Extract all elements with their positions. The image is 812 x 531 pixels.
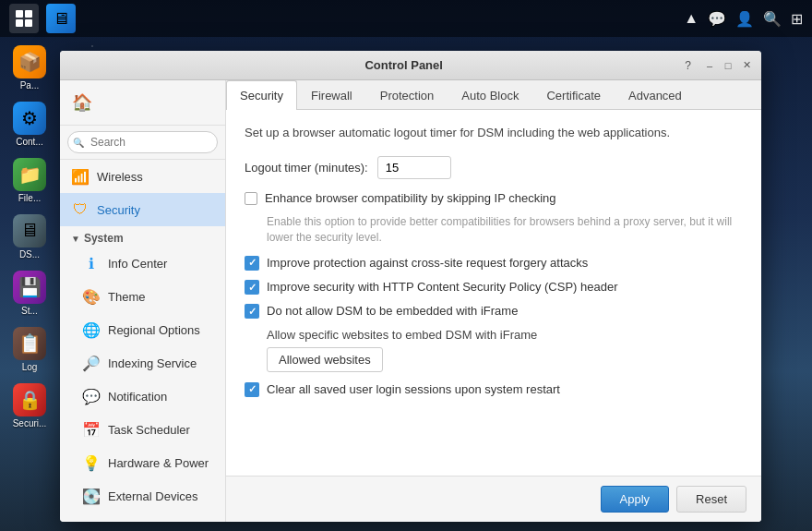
grid-icon[interactable]: ⊞ xyxy=(791,10,803,28)
user-icon[interactable]: 👤 xyxy=(735,10,754,28)
minimize-button[interactable]: – xyxy=(702,58,717,73)
no-iframe-label: Do not allow DSM to be embedded with iFr… xyxy=(267,303,518,320)
info-center-label: Info Center xyxy=(108,257,167,271)
dsm-icon: 🖥 xyxy=(13,214,46,247)
chat-icon[interactable]: 💬 xyxy=(708,10,726,28)
storage-icon: 💾 xyxy=(13,271,46,304)
desktop-icon-package[interactable]: 📦 Pa... xyxy=(4,42,55,93)
sidebar-item-indexing-service[interactable]: 🔎 Indexing Service xyxy=(60,346,225,380)
home-button[interactable]: 🏠 xyxy=(67,88,97,117)
taskbar: 🖥 ▲ 💬 👤 🔍 ⊞ xyxy=(0,0,812,37)
sidebar-home: 🏠 xyxy=(60,80,225,126)
log-icon: 📋 xyxy=(13,327,46,360)
no-iframe-checkbox[interactable] xyxy=(245,304,259,319)
desktop-icons: 📦 Pa... ⚙ Cont... 📁 File... 🖥 DS... 💾 St… xyxy=(0,37,59,431)
sidebar-item-wireless[interactable]: 📶 Wireless xyxy=(60,160,225,193)
regional-options-label: Regional Options xyxy=(108,323,200,337)
desktop-icon-security[interactable]: 🔒 Securi... xyxy=(4,380,55,431)
improve-csp-label: Improve security with HTTP Content Secur… xyxy=(267,279,618,296)
taskbar-right: ▲ 💬 👤 🔍 ⊞ xyxy=(684,10,803,28)
help-button[interactable]: ? xyxy=(685,59,691,72)
no-iframe-row: Do not allow DSM to be embedded with iFr… xyxy=(245,303,743,320)
allowed-websites-button[interactable]: Allowed websites xyxy=(267,347,383,372)
search-icon[interactable]: 🔍 xyxy=(763,10,782,28)
tabs: Security Firewall Protection Auto Block … xyxy=(226,80,761,110)
tab-auto-block[interactable]: Auto Block xyxy=(448,80,532,110)
clear-sessions-checkbox[interactable] xyxy=(245,382,259,397)
main-content: Security Firewall Protection Auto Block … xyxy=(226,80,761,522)
shield-icon: 🛡 xyxy=(71,200,90,219)
log-label: Log xyxy=(22,362,38,372)
clear-sessions-label: Clear all saved user login sessions upon… xyxy=(267,381,560,398)
enhance-compatibility-checkbox[interactable] xyxy=(245,192,257,205)
file-label: File... xyxy=(18,193,41,203)
sidebar-item-task-scheduler[interactable]: 📅 Task Scheduler xyxy=(60,413,225,446)
window-footer: Apply Reset xyxy=(226,476,761,522)
improve-forgery-row: Improve protection against cross-site re… xyxy=(245,255,743,272)
improve-csp-row: Improve security with HTTP Content Secur… xyxy=(245,279,743,296)
allow-iframe-label: Allow specific websites to embed DSM wit… xyxy=(267,328,743,342)
external-devices-label: External Devices xyxy=(108,489,198,503)
reset-button[interactable]: Reset xyxy=(676,486,746,513)
improve-csp-checkbox[interactable] xyxy=(245,280,259,295)
file-icon: 📁 xyxy=(13,158,46,191)
security-label: Securi... xyxy=(13,418,47,428)
logout-timer-input[interactable] xyxy=(377,156,451,179)
search-input[interactable] xyxy=(67,131,218,153)
globe-icon: 🌐 xyxy=(82,320,101,339)
tab-protection[interactable]: Protection xyxy=(366,80,448,110)
sidebar-item-hardware-power[interactable]: 💡 Hardware & Power xyxy=(60,446,225,479)
apps-menu-button[interactable] xyxy=(9,4,39,33)
sidebar-item-notification[interactable]: 💬 Notification xyxy=(60,380,225,413)
sidebar-item-theme[interactable]: 🎨 Theme xyxy=(60,280,225,313)
desktop-icon-dsm[interactable]: 🖥 DS... xyxy=(4,211,55,262)
app-icon-symbol: 🖥 xyxy=(53,9,69,29)
restore-button[interactable]: □ xyxy=(721,58,735,73)
clear-sessions-row: Clear all saved user login sessions upon… xyxy=(245,381,743,398)
close-button[interactable]: ✕ xyxy=(739,58,754,73)
desktop-icon-storage[interactable]: 💾 St... xyxy=(4,267,55,319)
taskbar-left: 🖥 xyxy=(9,4,684,33)
desktop-icon-file[interactable]: 📁 File... xyxy=(4,154,55,206)
chevron-icon: ▼ xyxy=(71,234,80,244)
content-description: Set up a browser automatic logout timer … xyxy=(245,125,743,141)
content-area: Set up a browser automatic logout timer … xyxy=(226,110,761,476)
tab-security[interactable]: Security xyxy=(226,80,297,110)
improve-forgery-checkbox[interactable] xyxy=(245,256,259,271)
network-icon[interactable]: ▲ xyxy=(684,10,699,27)
sidebar-item-security[interactable]: 🛡 Security xyxy=(60,193,225,226)
task-scheduler-label: Task Scheduler xyxy=(108,423,190,437)
sidebar-item-regional-options[interactable]: 🌐 Regional Options xyxy=(60,313,225,346)
storage-label: St... xyxy=(21,306,38,316)
window-titlebar: Control Panel ? – □ ✕ xyxy=(60,51,761,80)
hardware-power-label: Hardware & Power xyxy=(108,456,209,470)
info-icon: ℹ xyxy=(82,254,101,272)
wireless-icon: 📶 xyxy=(71,167,90,186)
improve-forgery-label: Improve protection against cross-site re… xyxy=(267,255,588,272)
logout-timer-row: Logout timer (minutes): xyxy=(245,156,743,179)
notification-label: Notification xyxy=(108,390,167,404)
package-icon: 📦 xyxy=(13,45,46,78)
sidebar-item-external-devices[interactable]: 💽 External Devices xyxy=(60,479,225,513)
theme-label: Theme xyxy=(108,290,145,304)
control-panel-window: Control Panel ? – □ ✕ 🏠 xyxy=(60,51,761,522)
tab-advanced[interactable]: Advanced xyxy=(615,80,696,110)
tab-firewall[interactable]: Firewall xyxy=(297,80,366,110)
search-wrapper xyxy=(67,131,218,153)
enhance-hint-text: Enable this option to provide better com… xyxy=(267,214,743,246)
desktop-icon-log[interactable]: 📋 Log xyxy=(4,323,55,375)
control-panel-label: Cont... xyxy=(16,137,42,147)
tab-certificate[interactable]: Certificate xyxy=(532,80,615,110)
devices-icon: 💽 xyxy=(82,487,101,505)
taskbar-app-icon-1[interactable]: 🖥 xyxy=(46,4,76,33)
dsm-label: DS... xyxy=(19,249,40,259)
window-controls: ? – □ ✕ xyxy=(685,58,754,73)
apply-button[interactable]: Apply xyxy=(601,486,670,513)
enhance-compatibility-row: Enhance browser compatibility by skippin… xyxy=(245,190,743,207)
allow-iframe-section: Allow specific websites to embed DSM wit… xyxy=(267,328,743,372)
desktop-icon-control-panel[interactable]: ⚙ Cont... xyxy=(4,98,55,150)
sidebar-section-system[interactable]: ▼ System xyxy=(60,226,225,247)
desktop: 🖥 ▲ 💬 👤 🔍 ⊞ 📦 Pa... ⚙ Cont... 📁 File... … xyxy=(0,0,812,531)
sidebar-item-info-center[interactable]: ℹ Info Center xyxy=(60,247,225,280)
task-icon: 📅 xyxy=(82,420,101,439)
